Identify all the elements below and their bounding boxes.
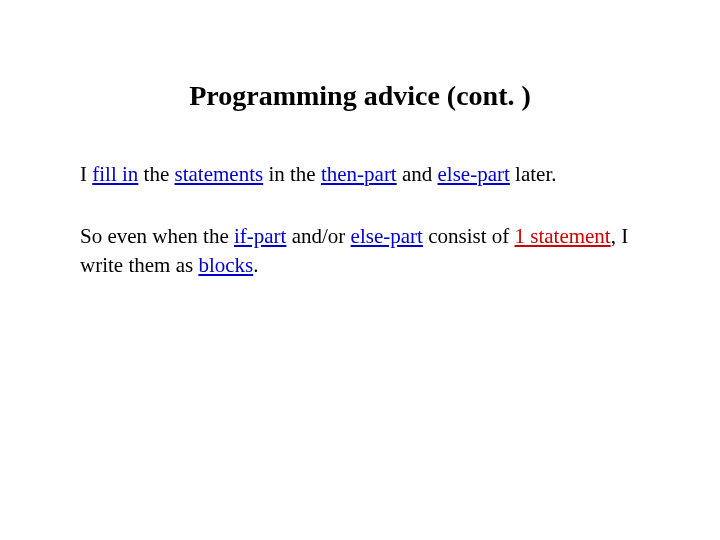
- slide: Programming advice (cont. ) I fill in th…: [0, 0, 720, 540]
- text: and/or: [286, 224, 350, 248]
- paragraph-1: I fill in the statements in the then-par…: [80, 160, 640, 188]
- paragraph-2: So even when the if-part and/or else-par…: [80, 222, 640, 279]
- emphasis-one-statement: 1 statement: [514, 224, 610, 248]
- term-then-part: then-part: [321, 162, 397, 186]
- term-else-part: else-part: [438, 162, 510, 186]
- text: consist of: [423, 224, 515, 248]
- term-else-part: else-part: [351, 224, 423, 248]
- text: So even when the: [80, 224, 234, 248]
- emphasis-fill-in: fill in: [92, 162, 138, 186]
- text: .: [253, 253, 258, 277]
- slide-body: I fill in the statements in the then-par…: [80, 160, 640, 279]
- emphasis-statements: statements: [175, 162, 264, 186]
- text: in the: [263, 162, 321, 186]
- term-if-part: if-part: [234, 224, 286, 248]
- text: the: [138, 162, 174, 186]
- term-blocks: blocks: [198, 253, 253, 277]
- slide-title: Programming advice (cont. ): [80, 80, 640, 112]
- text: and: [397, 162, 438, 186]
- text: I: [80, 162, 92, 186]
- text: later.: [510, 162, 557, 186]
